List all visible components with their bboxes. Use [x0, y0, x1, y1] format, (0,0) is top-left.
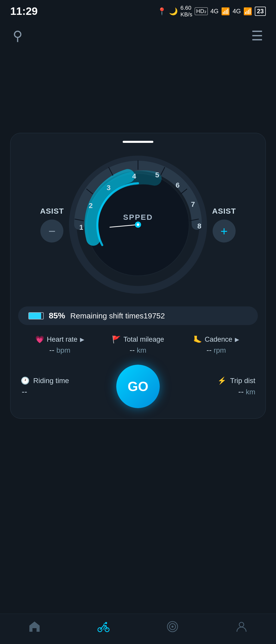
speed-indicator: 6.60KB/s: [180, 5, 192, 18]
assist-left-label: ASIST: [40, 207, 64, 215]
heart-rate-unit: bpm: [56, 346, 70, 354]
svg-text:8: 8: [197, 222, 201, 230]
nav-home[interactable]: [28, 620, 41, 636]
cadence-arrow[interactable]: ▶: [235, 336, 239, 343]
bottom-spacer: [0, 426, 276, 467]
nav-profile[interactable]: [235, 620, 248, 636]
battery-bar: 85% Remaining shift times19752: [18, 306, 258, 325]
cadence-unit: rpm: [214, 346, 226, 354]
trip-dist-value: --: [238, 387, 244, 396]
nav-cycling[interactable]: [97, 620, 110, 636]
battery-body: [28, 312, 44, 319]
battery-status: 23: [255, 7, 266, 16]
battery-fill: [29, 313, 41, 319]
assist-right: ASIST +: [212, 207, 236, 243]
mileage-icon: 🚩: [112, 335, 121, 344]
signal-4g: 4G: [210, 8, 218, 15]
heart-rate-label: Heart rate: [47, 336, 77, 343]
svg-text:3: 3: [107, 184, 111, 192]
stat-heart-rate: 💗 Heart rate ▶ -- bpm: [21, 335, 99, 354]
minus-icon: −: [48, 224, 55, 238]
go-button[interactable]: GO: [116, 365, 160, 408]
riding-row: 🕐 Riding time -- GO ⚡ Trip dist -- km: [18, 365, 258, 408]
cycling-icon: [97, 620, 110, 636]
heart-rate-icon: 💗: [35, 335, 44, 344]
bottom-nav: [0, 614, 276, 644]
cadence-value: --: [206, 346, 212, 354]
riding-time-icon: 🕐: [21, 376, 30, 385]
assist-left: ASIST −: [40, 207, 64, 243]
location-icon: 📍: [157, 7, 166, 16]
svg-text:7: 7: [191, 200, 195, 208]
svg-point-24: [105, 622, 107, 624]
mileage-value: --: [130, 346, 135, 354]
svg-point-27: [171, 626, 174, 628]
menu-icon[interactable]: ☰: [251, 28, 263, 43]
heart-rate-value: --: [49, 346, 54, 354]
svg-text:6: 6: [176, 181, 180, 189]
moon-icon: 🌙: [169, 7, 178, 16]
trip-dist-icon: ⚡: [217, 376, 226, 385]
svg-point-28: [239, 622, 244, 627]
svg-point-6: [137, 223, 139, 226]
battery-percent-text: 85%: [49, 311, 65, 320]
home-icon: [28, 620, 41, 636]
signal-bars: 📶: [221, 7, 230, 16]
riding-time-item: 🕐 Riding time --: [21, 376, 116, 396]
spacer-area: [0, 51, 276, 128]
main-card: ASIST −: [10, 133, 266, 419]
gauge-svg: 1 2 3 4 5 6 7 8: [64, 151, 212, 299]
riding-time-label: Riding time: [33, 377, 69, 385]
plus-icon: +: [221, 224, 228, 238]
assist-right-label: ASIST: [212, 207, 236, 215]
profile-icon: [235, 620, 248, 636]
assist-increase-button[interactable]: +: [213, 220, 236, 243]
speedometer-section: ASIST −: [18, 151, 258, 299]
trip-dist-item: ⚡ Trip dist -- km: [160, 376, 255, 396]
cadence-icon: 🦶: [193, 335, 202, 344]
trip-dist-unit: km: [246, 388, 255, 396]
target-icon: [166, 620, 179, 636]
battery-icon: [28, 312, 44, 319]
gauge-wrapper: 1 2 3 4 5 6 7 8: [64, 151, 212, 299]
svg-text:2: 2: [89, 202, 93, 210]
riding-time-value: --: [21, 387, 27, 396]
mileage-unit: km: [137, 346, 146, 354]
hd-icon: HD₂: [195, 7, 208, 15]
battery-remaining-text: Remaining shift times19752: [70, 312, 165, 320]
search-icon[interactable]: ⚲: [13, 28, 22, 43]
status-bar: 11:29 📍 🌙 6.60KB/s HD₂ 4G 📶 4G 📶 23: [0, 0, 276, 20]
trip-dist-label: Trip dist: [230, 377, 255, 385]
signal-4g-2: 4G: [233, 8, 241, 15]
go-label: GO: [128, 379, 148, 394]
status-icons: 📍 🌙 6.60KB/s HD₂ 4G 📶 4G 📶 23: [157, 5, 266, 18]
svg-text:1: 1: [79, 223, 83, 231]
assist-decrease-button[interactable]: −: [40, 220, 63, 243]
svg-text:5: 5: [155, 171, 159, 179]
stats-row: 💗 Heart rate ▶ -- bpm 🚩 Total mileage --…: [18, 335, 258, 354]
card-handle-bar: [123, 141, 153, 143]
heart-rate-arrow[interactable]: ▶: [80, 336, 84, 343]
svg-text:4: 4: [132, 172, 136, 180]
stat-total-mileage: 🚩 Total mileage -- km: [99, 335, 177, 354]
status-time: 11:29: [10, 5, 38, 17]
mileage-label: Total mileage: [123, 336, 164, 343]
cadence-label: Cadence: [205, 336, 232, 343]
speed-label: SPPED: [123, 213, 153, 222]
nav-target[interactable]: [166, 620, 179, 636]
stat-cadence: 🦶 Cadence ▶ -- rpm: [177, 335, 255, 354]
wifi-icon: 📶: [243, 7, 252, 16]
card-handle: [18, 141, 258, 143]
top-bar: ⚲ ☰: [0, 20, 276, 51]
